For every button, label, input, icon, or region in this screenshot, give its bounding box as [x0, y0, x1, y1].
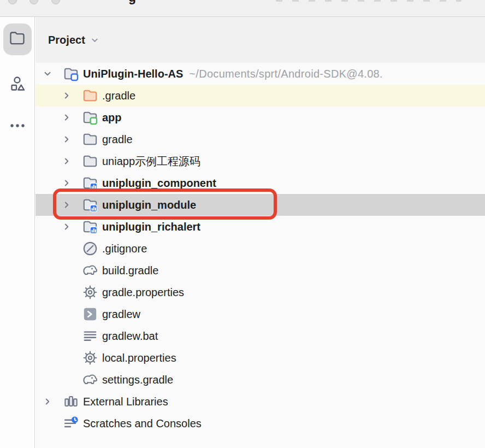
traffic-light-close[interactable]	[8, 0, 17, 4]
tree-row[interactable]: gradlew	[36, 303, 485, 325]
item-label: gradle	[102, 133, 133, 146]
chevron-right-icon[interactable]	[62, 156, 82, 166]
properties-icon	[82, 284, 98, 300]
tool-button-project[interactable]	[3, 23, 32, 55]
chevron-down-icon[interactable]	[90, 36, 99, 45]
chevron-right-icon[interactable]	[62, 178, 82, 188]
titlebar: g	[0, 0, 485, 17]
ignored-file-icon	[82, 240, 98, 257]
gradle-icon	[82, 262, 98, 279]
tree-row[interactable]: local.properties	[36, 347, 485, 369]
module-folder-green-icon	[82, 109, 98, 126]
tree-row[interactable]: uniplugin_richalert	[36, 216, 485, 238]
item-label: local.properties	[102, 352, 176, 364]
item-label: UniPlugin-Hello-AS	[83, 68, 183, 80]
item-label: uniplugin_component	[102, 177, 216, 190]
item-label: settings.gradle	[102, 374, 173, 386]
gradle-icon	[82, 372, 98, 388]
project-tool-window: Project UniPlugin-Hello-AS ~/Documents/s…	[36, 17, 485, 448]
tree-row[interactable]: gradle	[36, 128, 485, 150]
item-label: uniplugin_module	[102, 199, 196, 211]
item-label: uniapp示例工程源码	[102, 154, 200, 169]
module-folder-icon	[82, 197, 98, 213]
tree-row[interactable]: UniPlugin-Hello-AS ~/Documents/sprt/Andr…	[36, 63, 485, 85]
libraries-icon	[63, 393, 79, 410]
item-label: gradlew.bat	[102, 330, 158, 343]
item-label: Scratches and Consoles	[83, 417, 202, 430]
tree-row[interactable]: app	[36, 107, 485, 128]
item-label: .gradle	[102, 90, 135, 102]
module-folder-icon	[82, 175, 98, 191]
toolbar-clipped-glyphs	[276, 0, 462, 2]
module-folder-icon	[82, 219, 98, 235]
chevron-right-icon[interactable]	[62, 91, 82, 101]
tool-button-structure[interactable]	[3, 69, 32, 101]
project-tree: UniPlugin-Hello-AS ~/Documents/sprt/Andr…	[36, 63, 485, 434]
scratches-icon	[63, 415, 79, 432]
project-view-header[interactable]: Project	[36, 17, 485, 63]
executable-icon	[82, 306, 98, 322]
item-label: gradle.properties	[102, 286, 184, 299]
item-label: gradlew	[102, 308, 140, 321]
tree-row[interactable]: External Libraries	[36, 391, 485, 412]
chevron-down-icon[interactable]	[43, 69, 63, 79]
tree-row[interactable]: .gitignore	[36, 238, 485, 260]
panel-title[interactable]: Project	[48, 34, 85, 46]
chevron-right-icon[interactable]	[62, 113, 82, 122]
tree-row[interactable]: uniplugin_module	[36, 194, 485, 216]
traffic-light-zoom[interactable]	[51, 0, 60, 4]
window-title-clipped: g	[128, 0, 136, 5]
tree-row[interactable]: uniapp示例工程源码	[36, 150, 485, 172]
traffic-light-minimize[interactable]	[29, 0, 38, 4]
properties-icon	[82, 350, 98, 366]
tool-button-more[interactable]	[3, 116, 32, 138]
tree-row[interactable]: uniplugin_component	[36, 172, 485, 194]
tree-row[interactable]: gradlew.bat	[36, 325, 485, 347]
chevron-right-icon[interactable]	[62, 134, 82, 144]
chevron-right-icon[interactable]	[43, 397, 63, 406]
chevron-right-icon[interactable]	[62, 200, 82, 210]
tree-row[interactable]: build.gradle	[36, 260, 485, 281]
tree-row[interactable]: settings.gradle	[36, 369, 485, 391]
folder-icon	[8, 29, 27, 50]
tree-row[interactable]: Scratches and Consoles	[36, 412, 485, 434]
folder-excluded-icon	[82, 87, 98, 104]
chevron-right-icon[interactable]	[62, 222, 82, 232]
item-label: .gitignore	[102, 243, 147, 255]
item-label: build.gradle	[102, 264, 158, 277]
item-label: app	[102, 111, 122, 124]
more-icon	[8, 116, 27, 137]
text-file-icon	[82, 328, 98, 344]
folder-icon	[82, 153, 98, 169]
item-path: ~/Documents/sprt/Android-SDK@4.08.	[189, 68, 383, 80]
item-label: uniplugin_richalert	[102, 221, 200, 233]
structure-icon	[8, 74, 27, 95]
tree-row[interactable]: gradle.properties	[36, 281, 485, 303]
folder-icon	[82, 131, 98, 148]
tool-window-stripe	[0, 17, 35, 448]
item-label: External Libraries	[83, 396, 168, 408]
tree-row[interactable]: .gradle	[36, 85, 485, 107]
project-folder-icon	[63, 66, 79, 82]
